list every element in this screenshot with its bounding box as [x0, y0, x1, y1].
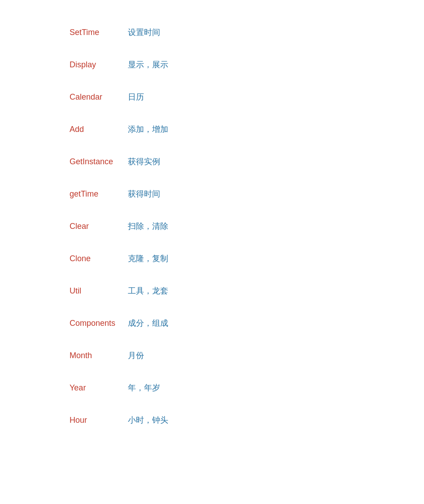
- definition-hour: 小时，钟头: [128, 415, 168, 425]
- term-clone: Clone: [70, 254, 128, 263]
- definition-clear: 扫除，清除: [128, 221, 168, 232]
- term-year: Year: [70, 383, 128, 393]
- term-gettime: getTime: [70, 189, 128, 199]
- entry-util: Util工具，龙套: [70, 285, 424, 296]
- entry-month: Month月份: [70, 350, 424, 361]
- definition-year: 年，年岁: [128, 382, 160, 393]
- term-components: Components: [70, 319, 128, 328]
- definition-settime: 设置时间: [128, 27, 160, 38]
- definition-gettime: 获得时间: [128, 188, 160, 199]
- entry-display: Display显示，展示: [70, 59, 424, 70]
- term-getinstance: GetInstance: [70, 157, 128, 167]
- entry-year: Year年，年岁: [70, 382, 424, 393]
- definition-calendar: 日历: [128, 92, 144, 102]
- term-add: Add: [70, 125, 128, 134]
- entry-clone: Clone克隆，复制: [70, 253, 424, 264]
- entry-settime: SetTime设置时间: [70, 27, 424, 38]
- entry-calendar: Calendar日历: [70, 92, 424, 102]
- term-month: Month: [70, 351, 128, 360]
- definition-components: 成分，组成: [128, 318, 168, 329]
- term-settime: SetTime: [70, 28, 128, 37]
- definition-clone: 克隆，复制: [128, 253, 168, 264]
- definition-util: 工具，龙套: [128, 285, 168, 296]
- main-content: SetTime设置时间Display显示，展示Calendar日历Add添加，增…: [0, 0, 424, 474]
- term-clear: Clear: [70, 222, 128, 231]
- definition-display: 显示，展示: [128, 59, 168, 70]
- term-hour: Hour: [70, 416, 128, 425]
- entry-gettime: getTime获得时间: [70, 188, 424, 199]
- definition-getinstance: 获得实例: [128, 156, 160, 167]
- entry-getinstance: GetInstance获得实例: [70, 156, 424, 167]
- entry-components: Components成分，组成: [70, 318, 424, 329]
- term-util: Util: [70, 286, 128, 296]
- definition-month: 月份: [128, 350, 144, 361]
- entry-clear: Clear扫除，清除: [70, 221, 424, 232]
- entry-add: Add添加，增加: [70, 124, 424, 135]
- definition-add: 添加，增加: [128, 124, 168, 135]
- entry-hour: Hour小时，钟头: [70, 415, 424, 425]
- term-display: Display: [70, 60, 128, 70]
- term-calendar: Calendar: [70, 92, 128, 102]
